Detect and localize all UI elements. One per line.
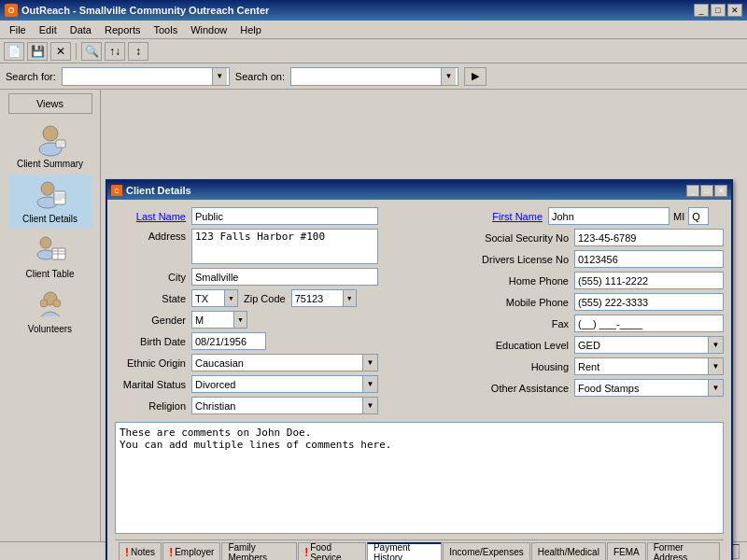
tab-food-service[interactable]: ! Food Service [298,542,366,560]
housing-dropdown[interactable]: ▼ [708,358,723,374]
menu-help[interactable]: Help [234,23,267,36]
client-table-icon [34,233,67,267]
marital-row: Marital Status Divorced ▼ [115,375,462,393]
dl-label: Drivers License No [472,254,574,265]
form-section-main: Last Name Address 123 Falls Harbor #100 … [115,207,724,418]
filter-button[interactable]: 🔍 [81,42,102,61]
tab-family-members-label: Family Members [228,542,290,561]
tab-family-members[interactable]: Family Members [221,542,297,560]
search-for-input[interactable] [63,68,212,85]
mobile-phone-input[interactable] [574,293,724,311]
app-icon: O [5,4,18,17]
sidebar-item-client-summary[interactable]: Client Summary [8,119,92,173]
sidebar-label-client-details: Client Details [22,214,78,224]
client-window-title: Client Details [126,185,191,196]
firstname-label[interactable]: First Name [472,211,548,222]
client-maximize-button[interactable]: □ [700,185,713,197]
client-close-button[interactable]: ✕ [714,185,727,197]
client-window-icon: C [111,185,122,196]
search-go-button[interactable]: ▶ [464,67,486,86]
dl-row: Drivers License No [472,250,724,268]
close-button[interactable]: ✕ [727,4,742,17]
ethnic-label: Ethnic Origin [115,357,191,369]
tab-payment-history[interactable]: Payment History [367,542,442,560]
search-on-dropdown[interactable]: ▼ [441,68,456,85]
new-button[interactable]: 📄 [4,42,24,61]
tab-employer-label: Employer [175,547,214,557]
zip-label: Zip Code [238,293,291,304]
search-on-input[interactable] [291,68,441,85]
education-dropdown[interactable]: ▼ [708,337,723,353]
sort-desc-button[interactable]: ↕ [128,42,148,61]
housing-label: Housing [472,361,574,372]
ssn-input[interactable] [574,229,724,246]
mi-label: MI [669,211,688,222]
city-input[interactable] [191,268,378,286]
state-dropdown[interactable]: ▼ [224,290,237,306]
menu-file[interactable]: File [4,23,32,36]
comments-textarea[interactable]: These are comments on John Doe. You can … [115,422,724,534]
birthdate-input[interactable] [191,332,266,350]
tab-former-address[interactable]: Former Address [647,542,720,560]
title-bar: O OutReach - Smallville Community Outrea… [0,0,747,21]
address-input[interactable]: 123 Falls Harbor #100 [191,229,378,264]
ethnic-dropdown[interactable]: ▼ [362,355,377,371]
tab-fema[interactable]: FEMA [607,542,646,560]
sidebar-item-client-details[interactable]: Client Details [8,175,92,228]
marital-dropdown[interactable]: ▼ [362,376,377,392]
sort-asc-button[interactable]: ↑↓ [105,42,125,61]
search-bar: Search for: ▼ Search on: ▼ ▶ [0,63,747,90]
mi-input[interactable] [688,207,709,225]
tab-employer[interactable]: ! Employer [162,542,220,560]
tab-notes[interactable]: ! Notes [119,542,162,560]
sidebar-label-client-summary: Client Summary [17,159,83,169]
search-for-dropdown[interactable]: ▼ [212,68,227,85]
state-input[interactable] [192,290,224,306]
tabs-container: ! Notes ! Employer Family Members ! Food… [115,539,724,560]
last-name-label[interactable]: Last Name [115,211,191,222]
housing-row: Housing Rent ▼ [472,357,724,375]
tab-payment-history-label: Payment History [374,542,435,560]
tab-health-medical[interactable]: Health/Medical [531,542,606,560]
zip-dropdown[interactable]: ▼ [343,290,356,306]
views-button[interactable]: Views [8,93,92,114]
minimize-button[interactable]: _ [694,4,709,17]
gender-input[interactable] [192,312,233,328]
fax-input[interactable] [574,315,724,332]
gender-dropdown[interactable]: ▼ [233,312,247,328]
ssn-row: Social Security No [472,229,724,246]
client-window-title-bar: C Client Details _ □ ✕ [107,181,731,200]
home-phone-row: Home Phone [472,272,724,289]
search-for-label: Search for: [6,71,56,82]
address-row: Address 123 Falls Harbor #100 [115,229,462,264]
menu-data[interactable]: Data [64,23,97,36]
save-button[interactable]: 💾 [27,42,48,61]
notes-warning-icon: ! [125,546,129,559]
menu-tools[interactable]: Tools [148,23,183,36]
maximize-button[interactable]: □ [711,4,726,17]
volunteers-icon [34,288,67,322]
window-controls: _ □ ✕ [694,4,742,17]
client-minimize-button[interactable]: _ [686,185,699,197]
employer-warning-icon: ! [169,546,173,559]
menu-window[interactable]: Window [185,23,233,36]
menu-reports[interactable]: Reports [99,23,147,36]
sidebar-item-client-table[interactable]: Client Table [8,230,92,283]
delete-button[interactable]: ✕ [50,42,71,61]
birthdate-label: Birth Date [115,336,191,347]
menu-edit[interactable]: Edit [34,23,63,36]
main-area: Views Client Summary [0,90,747,541]
firstname-input[interactable] [548,207,669,225]
religion-dropdown[interactable]: ▼ [362,398,377,413]
menu-bar: File Edit Data Reports Tools Window Help [0,21,747,39]
mobile-phone-label: Mobile Phone [472,297,574,308]
dl-input[interactable] [574,250,724,268]
zip-input[interactable] [292,290,343,306]
sidebar-item-volunteers[interactable]: Volunteers [8,285,92,338]
home-phone-input[interactable] [574,272,724,289]
client-details-window: C Client Details _ □ ✕ Last Name [106,179,733,560]
marital-label: Marital Status [115,379,191,390]
tab-income-expenses[interactable]: Income/Expenses [443,542,530,560]
last-name-input[interactable] [191,207,378,225]
other-assistance-dropdown[interactable]: ▼ [708,380,723,396]
